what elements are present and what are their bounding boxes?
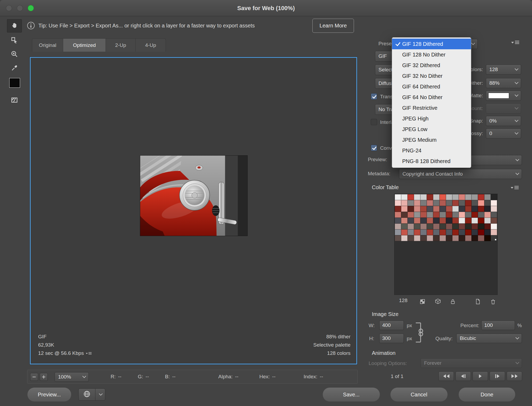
minimize-window-button[interactable] [17, 5, 23, 11]
preset-option-png-24[interactable]: PNG-24 [392, 145, 471, 156]
percent-input[interactable]: 100 [481, 320, 515, 330]
metadata-select[interactable]: Copyright and Contact Info [399, 169, 522, 179]
close-window-button[interactable] [6, 5, 12, 11]
websafe-shift-icon[interactable] [418, 298, 426, 305]
color-swatch[interactable] [401, 212, 408, 218]
colors-select[interactable]: 128 [486, 64, 521, 75]
eyedropper-tool[interactable] [7, 62, 22, 75]
color-swatch[interactable] [446, 229, 452, 235]
color-swatch[interactable] [414, 206, 420, 212]
color-swatch[interactable] [401, 200, 408, 206]
color-swatch[interactable] [491, 218, 497, 224]
lossy-select[interactable]: 0 [486, 128, 521, 139]
color-swatch[interactable] [408, 229, 414, 235]
color-swatch[interactable] [414, 229, 420, 235]
color-swatch[interactable] [471, 229, 478, 235]
color-swatch[interactable] [484, 218, 491, 224]
preset-option-gif-128-no-dither[interactable]: GIF 128 No Dither [392, 49, 471, 60]
color-swatch[interactable] [478, 224, 484, 229]
color-swatch[interactable] [420, 229, 427, 235]
color-swatch[interactable] [433, 206, 440, 212]
color-swatch[interactable] [478, 235, 484, 241]
zoom-tool[interactable] [7, 48, 22, 61]
color-swatch[interactable] [484, 229, 491, 235]
tab-2-up[interactable]: 2-Up [106, 39, 136, 52]
preset-option-gif-32-dithered[interactable]: GIF 32 Dithered [392, 60, 471, 71]
new-swatch-icon[interactable] [474, 298, 482, 305]
color-swatch[interactable] [465, 206, 471, 212]
color-swatch[interactable] [446, 194, 452, 200]
color-swatch[interactable] [459, 218, 465, 224]
lock-icon[interactable] [449, 298, 457, 305]
color-swatch[interactable] [414, 224, 420, 229]
web-snap-select[interactable]: 0% [486, 116, 521, 126]
color-swatch[interactable] [478, 206, 484, 212]
preset-option-gif-32-no-dither[interactable]: GIF 32 No Dither [392, 71, 471, 81]
preset-option-jpeg-low[interactable]: JPEG Low [392, 124, 471, 135]
width-input[interactable]: 400 [379, 320, 404, 330]
color-swatch[interactable] [459, 200, 465, 206]
quality-select[interactable]: Bicubic [456, 334, 522, 343]
color-swatch[interactable] [414, 218, 420, 224]
preview-button[interactable]: Preview... [27, 387, 71, 402]
learn-more-button[interactable]: Learn More [312, 19, 354, 33]
color-swatch[interactable] [491, 212, 497, 218]
color-swatch[interactable] [433, 194, 440, 200]
color-swatch[interactable] [433, 224, 440, 229]
optimized-preview-canvas[interactable]: GIF 62,93K 12 sec @ 56.6 Kbps 88% dither… [30, 57, 357, 364]
color-swatch[interactable] [452, 229, 459, 235]
foreground-color-swatch[interactable] [9, 78, 20, 88]
panel-menu-icon[interactable] [511, 40, 520, 45]
color-swatch[interactable] [420, 218, 427, 224]
color-swatch[interactable] [465, 200, 471, 206]
color-swatch[interactable] [420, 235, 427, 241]
color-swatch[interactable] [471, 218, 478, 224]
color-swatch[interactable] [440, 200, 446, 206]
color-swatch[interactable] [459, 224, 465, 229]
preset-option-jpeg-medium[interactable]: JPEG Medium [392, 135, 471, 145]
preset-option-png-8-128-dithered[interactable]: PNG-8 128 Dithered [392, 156, 471, 167]
color-swatch[interactable] [427, 206, 433, 212]
preset-option-gif-128-dithered[interactable]: GIF 128 Dithered [392, 39, 471, 49]
color-swatch[interactable] [395, 224, 401, 229]
color-swatch[interactable] [433, 235, 440, 241]
dither-amount-select[interactable]: 88% [486, 78, 521, 88]
color-swatch[interactable] [395, 194, 401, 200]
color-swatch[interactable] [427, 218, 433, 224]
preset-option-gif-64-no-dither[interactable]: GIF 64 No Dither [392, 92, 471, 103]
color-swatch[interactable] [465, 212, 471, 218]
color-swatch[interactable] [484, 212, 491, 218]
preset-option-jpeg-high[interactable]: JPEG High [392, 113, 471, 124]
color-swatch[interactable] [427, 229, 433, 235]
color-swatch[interactable] [408, 218, 414, 224]
color-swatch[interactable] [484, 224, 491, 229]
color-swatch[interactable] [446, 218, 452, 224]
color-swatch[interactable] [478, 218, 484, 224]
color-swatch[interactable] [401, 218, 408, 224]
tab-4-up[interactable]: 4-Up [136, 39, 166, 52]
color-swatch[interactable] [395, 200, 401, 206]
zoom-window-button[interactable] [28, 5, 34, 11]
color-swatch[interactable] [452, 206, 459, 212]
link-dimensions-icon[interactable] [414, 321, 425, 345]
looping-options-select[interactable]: Forever [421, 358, 522, 368]
color-swatch[interactable] [446, 224, 452, 229]
color-swatch[interactable] [459, 194, 465, 200]
cube-icon[interactable] [434, 298, 442, 305]
first-frame-button[interactable] [438, 371, 454, 381]
color-swatch[interactable] [484, 200, 491, 206]
color-swatch[interactable] [459, 235, 465, 241]
color-swatch[interactable] [478, 194, 484, 200]
color-swatch[interactable] [433, 200, 440, 206]
color-swatch[interactable] [408, 206, 414, 212]
color-swatch[interactable] [452, 200, 459, 206]
browser-preview-dropdown[interactable] [95, 388, 105, 401]
color-swatch[interactable] [440, 218, 446, 224]
color-swatch[interactable] [408, 235, 414, 241]
color-swatch[interactable] [465, 194, 471, 200]
color-swatch[interactable] [459, 229, 465, 235]
color-swatch[interactable] [452, 224, 459, 229]
color-swatch[interactable] [452, 235, 459, 241]
cancel-button[interactable]: Cancel [390, 387, 448, 402]
color-swatch[interactable] [471, 194, 478, 200]
